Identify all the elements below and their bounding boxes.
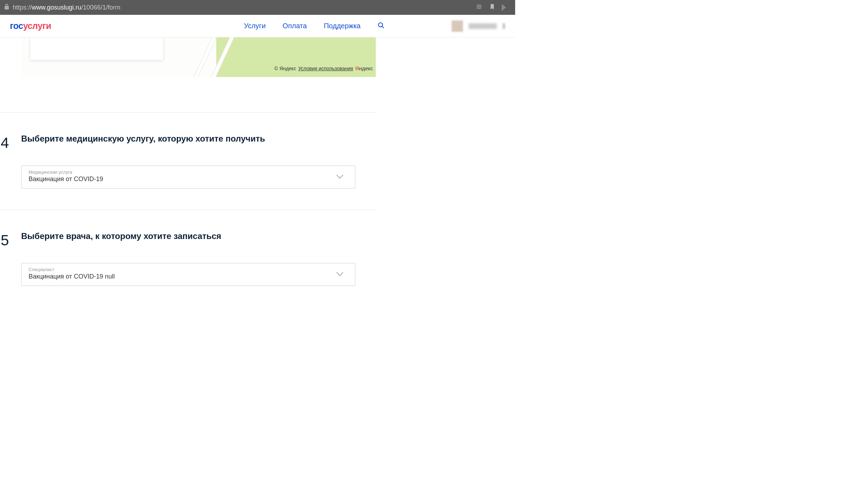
medical-service-select[interactable]: Медицинская услуга Вакцинация от COVID-1… [21, 166, 355, 189]
step-4-title: Выберите медицинскую услугу, которую хот… [21, 134, 376, 144]
translate-icon[interactable] [476, 4, 483, 11]
map-info-card [30, 37, 163, 60]
map-terms-link[interactable]: Условия использования [298, 66, 353, 71]
url-protocol: https:// [13, 4, 32, 11]
specialist-label: Специалист [29, 267, 348, 272]
map-copyright: © Яндекс [275, 66, 296, 71]
specialist-value: Вакцинация от COVID-19 null [29, 273, 115, 280]
url-domain: www.gosuslugi.ru [32, 4, 81, 11]
map-attribution: © Яндекс Условия использования Яндекс [275, 65, 373, 71]
svg-line-2 [382, 26, 384, 28]
nav-support[interactable]: Поддержка [324, 22, 361, 30]
user-dropdown-icon [502, 23, 505, 29]
url-text[interactable]: https://www.gosuslugi.ru/10066/1/form [13, 4, 473, 11]
logo-part1: гос [10, 21, 23, 31]
map-roads [199, 37, 269, 77]
browser-toolbar-icons [476, 4, 511, 11]
site-header: госуслуги Услуги Оплата Поддержка [0, 15, 515, 37]
nav-payment[interactable]: Оплата [283, 22, 307, 30]
lock-icon [4, 4, 9, 11]
step-number-5: 5 [1, 232, 9, 249]
search-icon[interactable] [378, 22, 385, 30]
browser-menu-icon[interactable] [502, 4, 506, 11]
chevron-down-icon [336, 174, 344, 180]
browser-address-bar: https://www.gosuslugi.ru/10066/1/form [0, 0, 515, 15]
medical-service-value: Вакцинация от COVID-19 [29, 175, 103, 183]
svg-point-1 [379, 23, 383, 27]
yandex-logo[interactable]: Яндекс [355, 65, 373, 71]
map-widget[interactable]: © Яндекс Условия использования Яндекс [21, 37, 376, 77]
specialist-select[interactable]: Специалист Вакцинация от COVID-19 null [21, 263, 355, 286]
nav-services[interactable]: Услуги [244, 22, 266, 30]
user-name [469, 23, 497, 29]
main-nav: Услуги Оплата Поддержка [244, 22, 385, 30]
step-number-4: 4 [1, 135, 9, 151]
step-5-section: 5 Выберите врача, к которому хотите запи… [0, 210, 376, 286]
avatar [452, 20, 463, 32]
url-path: /10066/1/form [81, 4, 120, 11]
logo-part2: услуги [23, 21, 51, 31]
main-content: © Яндекс Условия использования Яндекс 4 … [0, 37, 376, 286]
step-4-section: 4 Выберите медицинскую услугу, которую х… [0, 112, 376, 189]
bookmark-icon[interactable] [489, 4, 495, 11]
medical-service-label: Медицинская услуга [29, 169, 348, 175]
user-menu[interactable] [452, 20, 505, 32]
gosuslugi-logo[interactable]: госуслуги [10, 21, 51, 31]
chevron-down-icon [336, 271, 344, 278]
step-5-title: Выберите врача, к которому хотите записа… [21, 231, 376, 241]
